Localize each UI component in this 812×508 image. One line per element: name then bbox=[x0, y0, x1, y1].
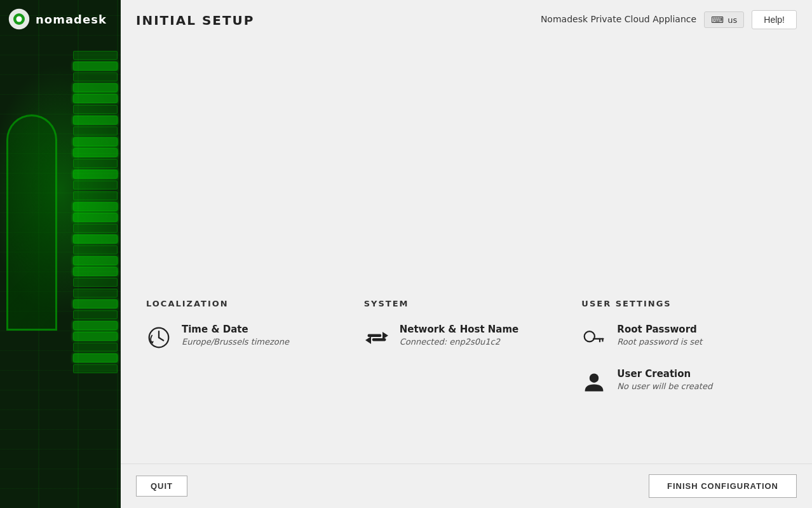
user-settings-heading: USER SETTINGS bbox=[581, 299, 774, 308]
bottombar: QUIT FINISH CONFIGURATION bbox=[121, 463, 812, 508]
clock-icon bbox=[146, 325, 172, 350]
main-content: INITIAL SETUP Nomadesk Private Cloud App… bbox=[121, 0, 812, 508]
keyboard-lang: us bbox=[727, 15, 737, 25]
page-title: INITIAL SETUP bbox=[136, 13, 255, 28]
key-icon bbox=[581, 325, 607, 350]
root-password-text: Root Password Root password is set bbox=[617, 324, 702, 347]
network-text: Network & Host Name Connected: enp2s0u1c… bbox=[400, 324, 519, 347]
content-area: LOCALIZATION Time & Date bbox=[121, 45, 812, 463]
system-section: SYSTEM Network & Host Name Connec bbox=[351, 299, 569, 368]
network-label: Network & Host Name bbox=[400, 324, 519, 335]
keyboard-icon: ⌨ bbox=[711, 15, 724, 25]
time-date-text: Time & Date Europe/Brussels timezone bbox=[182, 324, 289, 347]
logo-icon bbox=[8, 8, 30, 31]
network-item[interactable]: Network & Host Name Connected: enp2s0u1c… bbox=[364, 324, 557, 350]
svg-rect-7 bbox=[367, 334, 381, 338]
user-creation-label: User Creation bbox=[617, 368, 712, 380]
user-settings-section: USER SETTINGS Root Password bbox=[569, 299, 787, 413]
user-creation-item[interactable]: User Creation No user will be created bbox=[581, 368, 774, 395]
user-creation-value: No user will be created bbox=[617, 381, 712, 391]
time-date-item[interactable]: Time & Date Europe/Brussels timezone bbox=[146, 324, 339, 350]
root-password-item[interactable]: Root Password Root password is set bbox=[581, 324, 774, 350]
network-value: Connected: enp2s0u1c2 bbox=[400, 337, 519, 347]
network-icon bbox=[364, 325, 389, 350]
keyboard-language-badge[interactable]: ⌨ us bbox=[704, 11, 744, 28]
user-icon bbox=[581, 369, 607, 395]
svg-point-2 bbox=[17, 17, 22, 22]
user-creation-text: User Creation No user will be created bbox=[617, 368, 712, 391]
brand-label: Nomadesk Private Cloud Appliance bbox=[541, 14, 696, 24]
localization-heading: LOCALIZATION bbox=[146, 299, 339, 308]
logo: nomadesk bbox=[8, 8, 107, 31]
svg-rect-9 bbox=[372, 338, 386, 341]
system-heading: SYSTEM bbox=[364, 299, 557, 308]
time-date-label: Time & Date bbox=[182, 324, 289, 335]
root-password-value: Root password is set bbox=[617, 337, 702, 347]
topbar: INITIAL SETUP Nomadesk Private Cloud App… bbox=[121, 0, 812, 45]
svg-line-5 bbox=[159, 338, 163, 341]
finish-configuration-button[interactable]: FINISH CONFIGURATION bbox=[649, 474, 797, 498]
topbar-right: Nomadesk Private Cloud Appliance ⌨ us He… bbox=[541, 10, 797, 29]
logo-text: nomadesk bbox=[36, 13, 107, 26]
localization-section: LOCALIZATION Time & Date bbox=[146, 299, 351, 368]
sidebar: nomadesk bbox=[0, 0, 121, 508]
quit-button[interactable]: QUIT bbox=[136, 476, 187, 497]
sections-row: LOCALIZATION Time & Date bbox=[146, 299, 787, 451]
svg-point-11 bbox=[585, 331, 595, 341]
svg-point-15 bbox=[590, 374, 599, 383]
root-password-label: Root Password bbox=[617, 324, 702, 335]
help-button[interactable]: Help! bbox=[752, 10, 797, 29]
svg-marker-10 bbox=[365, 336, 371, 344]
time-date-value: Europe/Brussels timezone bbox=[182, 337, 289, 347]
